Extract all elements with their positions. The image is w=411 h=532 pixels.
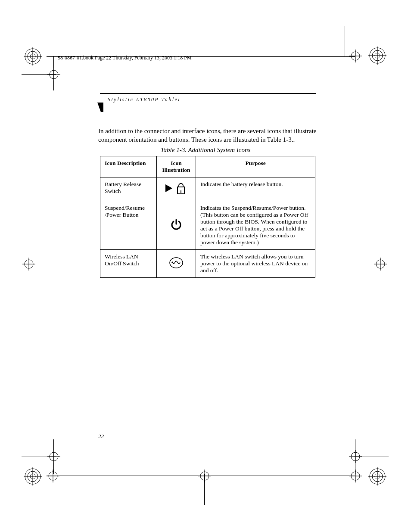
- print-slug-line: 58-0867-01.book Page 22 Thursday, Februa…: [58, 55, 192, 61]
- cell-description: Wireless LAN On/Off Switch: [100, 250, 157, 278]
- crosshair-icon: [374, 258, 387, 271]
- cell-purpose: Indicates the Suspend/Resume/Power butto…: [196, 201, 315, 250]
- svg-rect-2: [181, 190, 181, 193]
- cell-purpose: The wireless LAN switch allows you to tu…: [196, 250, 315, 278]
- wireless-lan-icon: [169, 256, 184, 269]
- table-header-row: Icon Description Icon Illustration Purpo…: [100, 156, 315, 177]
- table-row: Battery Release Switch Indicates the bat…: [100, 177, 315, 201]
- crop-line: [47, 56, 355, 57]
- crosshair-icon: [198, 470, 211, 482]
- thumb-tab: [97, 103, 101, 112]
- crop-line: [354, 457, 389, 457]
- running-head: Stylistic LT800P Tablet: [108, 96, 181, 103]
- crop-line: [204, 474, 205, 505]
- header-icon-illustration: Icon Illustration: [157, 156, 196, 177]
- crop-line: [345, 26, 345, 57]
- registration-mark-icon: [24, 467, 42, 485]
- crosshair-icon: [47, 470, 59, 482]
- table-caption: Table 1-3. Additional System Icons: [0, 146, 411, 154]
- svg-marker-0: [165, 184, 172, 192]
- cell-purpose: Indicates the battery release button.: [196, 177, 315, 201]
- crop-line: [22, 457, 56, 457]
- cell-illustration: [157, 177, 196, 201]
- crop-line: [47, 476, 355, 476]
- power-icon: [170, 218, 183, 231]
- page: 58-0867-01.book Page 22 Thursday, Februa…: [0, 0, 411, 532]
- crosshair-icon: [349, 50, 362, 62]
- crop-line: [53, 56, 54, 90]
- page-number: 22: [98, 433, 104, 440]
- battery-release-icon: [165, 181, 188, 196]
- system-icons-table: Icon Description Icon Illustration Purpo…: [100, 156, 315, 278]
- crosshair-icon: [47, 68, 60, 81]
- running-head-rule: [100, 93, 316, 94]
- header-purpose: Purpose: [196, 156, 315, 177]
- svg-point-3: [170, 258, 183, 268]
- table-row: Suspend/Resume /Power Button Indicates t…: [100, 201, 315, 250]
- cell-description: Battery Release Switch: [100, 177, 157, 201]
- table-row: Wireless LAN On/Off Switch The wireless …: [100, 250, 315, 278]
- cell-illustration: [157, 250, 196, 278]
- registration-mark-icon: [368, 467, 386, 485]
- crop-line: [22, 74, 56, 75]
- registration-mark-icon: [368, 47, 386, 65]
- crosshair-icon: [349, 470, 362, 482]
- cell-description: Suspend/Resume /Power Button: [100, 201, 157, 250]
- intro-paragraph: In addition to the connector and interfa…: [98, 127, 318, 144]
- header-icon-description: Icon Description: [100, 156, 157, 177]
- cell-illustration: [157, 201, 196, 250]
- crosshair-icon: [22, 258, 35, 271]
- registration-mark-icon: [24, 47, 42, 65]
